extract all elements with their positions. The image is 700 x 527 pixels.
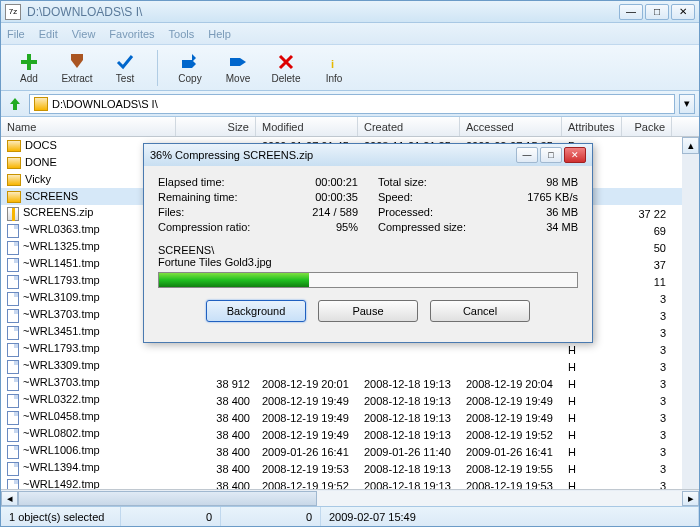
menu-favorites[interactable]: Favorites xyxy=(109,28,154,40)
delete-button[interactable]: Delete xyxy=(264,48,308,88)
addressbar: D:\DOWNLOADS\S I\ ▾ xyxy=(1,91,699,117)
add-button[interactable]: Add xyxy=(7,48,51,88)
info-label: Info xyxy=(326,73,343,84)
cancel-button[interactable]: Cancel xyxy=(430,300,530,322)
delete-label: Delete xyxy=(272,73,301,84)
delete-icon xyxy=(276,52,296,72)
folder-icon xyxy=(34,97,48,111)
menubar: File Edit View Favorites Tools Help xyxy=(1,23,699,45)
move-icon xyxy=(228,52,248,72)
path-dropdown[interactable]: ▾ xyxy=(679,94,695,114)
menu-view[interactable]: View xyxy=(72,28,96,40)
tmp-icon xyxy=(7,343,19,357)
menu-edit[interactable]: Edit xyxy=(39,28,58,40)
tmp-icon xyxy=(7,462,19,476)
tmp-icon xyxy=(7,326,19,340)
menu-help[interactable]: Help xyxy=(208,28,231,40)
tmp-icon xyxy=(7,479,19,489)
table-row[interactable]: ~WRL0458.tmp38 4002008-12-19 19:492008-1… xyxy=(1,409,699,426)
tmp-icon xyxy=(7,445,19,459)
info-button[interactable]: i Info xyxy=(312,48,356,88)
tmp-icon xyxy=(7,428,19,442)
tmp-icon xyxy=(7,411,19,425)
app-icon: 7z xyxy=(5,4,21,20)
label-compressed: Compressed size: xyxy=(378,221,466,236)
col-attributes[interactable]: Attributes xyxy=(562,117,622,136)
toolbar-separator xyxy=(157,50,158,86)
label-speed: Speed: xyxy=(378,191,413,206)
scroll-left-icon[interactable]: ◂ xyxy=(1,491,18,506)
vertical-scrollbar[interactable]: ▴ xyxy=(682,137,699,489)
table-row[interactable]: ~WRL1006.tmp38 4002009-01-26 16:412009-0… xyxy=(1,443,699,460)
background-button[interactable]: Background xyxy=(206,300,306,322)
table-row[interactable]: ~WRL1394.tmp38 4002008-12-19 19:532008-1… xyxy=(1,460,699,477)
copy-label: Copy xyxy=(178,73,201,84)
table-row[interactable]: ~WRL3703.tmp38 9122008-12-19 20:012008-1… xyxy=(1,375,699,392)
dialog-minimize-button[interactable]: — xyxy=(516,147,538,163)
table-row[interactable]: ~WRL1492.tmp38 4002008-12-19 19:522008-1… xyxy=(1,477,699,489)
value-total: 98 MB xyxy=(546,176,578,191)
tmp-icon xyxy=(7,292,19,306)
plus-icon xyxy=(19,52,39,72)
value-compressed: 34 MB xyxy=(546,221,578,236)
col-created[interactable]: Created xyxy=(358,117,460,136)
scroll-up-icon[interactable]: ▴ xyxy=(682,137,699,154)
close-button[interactable]: ✕ xyxy=(671,4,695,20)
col-name[interactable]: Name xyxy=(1,117,176,136)
value-files: 214 / 589 xyxy=(312,206,358,221)
value-ratio: 95% xyxy=(336,221,358,236)
value-remaining: 00:00:35 xyxy=(315,191,358,206)
col-packed[interactable]: Packe xyxy=(622,117,672,136)
dialog-title: 36% Compressing SCREENS.zip xyxy=(150,149,514,161)
status-selection: 1 object(s) selected xyxy=(1,507,121,526)
col-size[interactable]: Size xyxy=(176,117,256,136)
tmp-icon xyxy=(7,394,19,408)
extract-button[interactable]: Extract xyxy=(55,48,99,88)
folder-icon xyxy=(7,191,21,203)
svg-text:i: i xyxy=(331,58,334,70)
test-label: Test xyxy=(116,73,134,84)
maximize-button[interactable]: □ xyxy=(645,4,669,20)
dialog-titlebar[interactable]: 36% Compressing SCREENS.zip — □ ✕ xyxy=(144,144,592,166)
path-input[interactable]: D:\DOWNLOADS\S I\ xyxy=(29,94,675,114)
check-icon xyxy=(115,52,135,72)
horizontal-scrollbar[interactable]: ◂ ▸ xyxy=(1,489,699,506)
menu-tools[interactable]: Tools xyxy=(169,28,195,40)
col-modified[interactable]: Modified xyxy=(256,117,358,136)
move-button[interactable]: Move xyxy=(216,48,260,88)
menu-file[interactable]: File xyxy=(7,28,25,40)
titlebar[interactable]: 7z D:\DOWNLOADS\S I\ — □ ✕ xyxy=(1,1,699,23)
pause-button[interactable]: Pause xyxy=(318,300,418,322)
label-total: Total size: xyxy=(378,176,427,191)
table-row[interactable]: ~WRL1793.tmpH3 xyxy=(1,341,699,358)
label-files: Files: xyxy=(158,206,184,221)
value-speed: 1765 KB/s xyxy=(527,191,578,206)
table-row[interactable]: ~WRL0802.tmp38 4002008-12-19 19:492008-1… xyxy=(1,426,699,443)
dialog-close-button[interactable]: ✕ xyxy=(564,147,586,163)
column-headers: Name Size Modified Created Accessed Attr… xyxy=(1,117,699,137)
label-elapsed: Elapsed time: xyxy=(158,176,225,191)
scroll-right-icon[interactable]: ▸ xyxy=(682,491,699,506)
window-title: D:\DOWNLOADS\S I\ xyxy=(27,5,619,19)
copy-button[interactable]: Copy xyxy=(168,48,212,88)
test-button[interactable]: Test xyxy=(103,48,147,88)
table-row[interactable]: ~WRL3309.tmpH3 xyxy=(1,358,699,375)
value-processed: 36 MB xyxy=(546,206,578,221)
tmp-icon xyxy=(7,275,19,289)
tmp-icon xyxy=(7,224,19,238)
minimize-button[interactable]: — xyxy=(619,4,643,20)
table-row[interactable]: ~WRL0322.tmp38 4002008-12-19 19:492008-1… xyxy=(1,392,699,409)
status-count: 0 xyxy=(221,507,321,526)
tmp-icon xyxy=(7,309,19,323)
progress-dialog: 36% Compressing SCREENS.zip — □ ✕ Elapse… xyxy=(143,143,593,343)
col-accessed[interactable]: Accessed xyxy=(460,117,562,136)
dialog-maximize-button[interactable]: □ xyxy=(540,147,562,163)
scroll-thumb[interactable] xyxy=(18,491,317,506)
up-button[interactable] xyxy=(5,94,25,114)
zip-icon xyxy=(7,207,19,221)
progress-bar xyxy=(158,272,578,288)
value-elapsed: 00:00:21 xyxy=(315,176,358,191)
progress-fill xyxy=(159,273,309,287)
info-icon: i xyxy=(324,52,344,72)
label-remaining: Remaining time: xyxy=(158,191,237,206)
